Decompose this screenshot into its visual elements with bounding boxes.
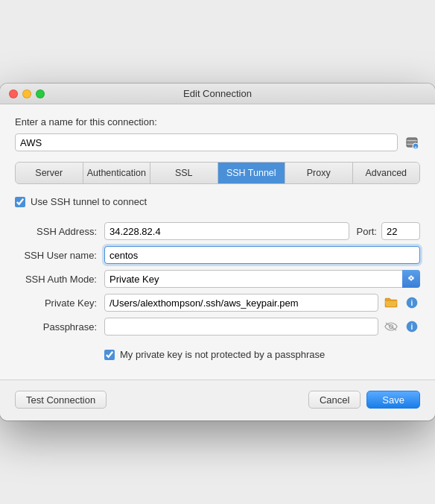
connection-name-row: + xyxy=(15,133,420,151)
window-content: Enter a name for this connection: + Serv… xyxy=(0,104,435,379)
tab-ssl[interactable]: SSL xyxy=(150,163,218,183)
private-key-label: Private Key: xyxy=(15,297,104,309)
passphrase-label: Passphrase: xyxy=(15,321,104,333)
tabs-container: Server Authentication SSL SSH Tunnel Pro… xyxy=(15,162,420,184)
edit-connection-window: Edit Connection Enter a name for this co… xyxy=(0,84,435,420)
title-bar: Edit Connection xyxy=(0,84,435,104)
tab-server[interactable]: Server xyxy=(16,163,83,183)
ssh-auth-select-wrapper: Private Key Password Agent xyxy=(104,270,420,288)
ssh-auth-select[interactable]: Private Key Password Agent xyxy=(104,270,420,288)
connection-name-input[interactable] xyxy=(15,133,398,151)
ssh-address-input[interactable] xyxy=(104,222,349,240)
test-connection-button[interactable]: Test Connection xyxy=(15,391,107,409)
use-ssh-tunnel-label: Use SSH tunnel to connect xyxy=(31,196,147,207)
window-title: Edit Connection xyxy=(183,88,252,99)
tab-advanced[interactable]: Advanced xyxy=(353,163,420,183)
tab-authentication[interactable]: Authentication xyxy=(83,163,151,183)
private-key-field: i xyxy=(104,294,420,312)
traffic-lights xyxy=(9,89,45,98)
minimize-button[interactable] xyxy=(22,89,31,98)
ssh-user-input[interactable] xyxy=(104,246,420,264)
db-icon: + xyxy=(404,134,420,151)
footer: Test Connection Cancel Save xyxy=(0,379,435,420)
port-label: Port: xyxy=(357,226,377,237)
my-private-key-row: My private key is not protected by a pas… xyxy=(15,349,420,360)
ssh-port-input[interactable] xyxy=(381,222,420,240)
private-key-info-button[interactable]: i xyxy=(404,294,420,311)
private-key-row: Private Key: i xyxy=(15,294,420,312)
passphrase-field: i xyxy=(104,318,420,336)
svg-text:+: + xyxy=(414,145,417,149)
tab-ssh-tunnel[interactable]: SSH Tunnel xyxy=(218,163,286,183)
ssh-auth-label: SSH Auth Mode: xyxy=(15,274,104,285)
footer-right: Cancel Save xyxy=(308,391,420,409)
ssh-user-label: SSH User name: xyxy=(15,250,104,261)
tab-proxy[interactable]: Proxy xyxy=(285,163,353,183)
maximize-button[interactable] xyxy=(36,89,45,98)
passphrase-row: Passphrase: xyxy=(15,318,420,336)
ssh-auth-row: SSH Auth Mode: Private Key Password Agen… xyxy=(15,270,420,288)
passphrase-input[interactable] xyxy=(104,318,378,336)
save-button[interactable]: Save xyxy=(366,391,420,409)
ssh-user-row: SSH User name: xyxy=(15,246,420,264)
use-ssh-tunnel-row: Use SSH tunnel to connect xyxy=(15,196,420,207)
connection-name-label: Enter a name for this connection: xyxy=(15,116,420,127)
svg-text:i: i xyxy=(411,299,413,307)
private-key-folder-button[interactable] xyxy=(383,294,399,311)
cancel-button[interactable]: Cancel xyxy=(308,391,361,409)
my-private-key-checkbox[interactable] xyxy=(104,350,115,360)
ssh-form: SSH Address: Port: SSH User name: xyxy=(15,219,420,338)
passphrase-info-button[interactable]: i xyxy=(404,318,420,335)
passphrase-eye-button[interactable] xyxy=(383,318,399,335)
ssh-address-label: SSH Address: xyxy=(15,226,104,237)
close-button[interactable] xyxy=(9,89,18,98)
use-ssh-tunnel-checkbox[interactable] xyxy=(15,197,25,207)
svg-text:i: i xyxy=(411,323,413,331)
private-key-input[interactable] xyxy=(104,294,378,312)
ssh-tunnel-content: Use SSH tunnel to connect SSH Address: P… xyxy=(15,196,420,368)
ssh-user-field xyxy=(104,246,420,264)
ssh-auth-field: Private Key Password Agent xyxy=(104,270,420,288)
ssh-address-field: Port: xyxy=(104,222,420,240)
ssh-address-row: SSH Address: Port: xyxy=(15,222,420,240)
my-private-key-label: My private key is not protected by a pas… xyxy=(120,349,325,360)
